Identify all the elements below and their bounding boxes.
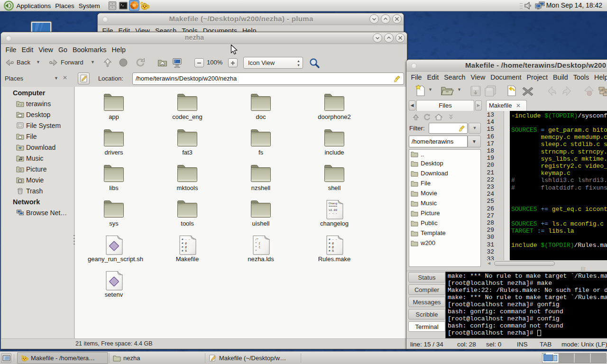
svg-text:=====: ===== <box>329 205 337 208</box>
svg-text:* {: * { <box>255 242 260 245</box>
svg-text:# @: # @ <box>329 242 334 245</box>
svg-text:- - -: - - - <box>329 212 337 215</box>
svg-text:# $: # $ <box>182 249 187 253</box>
svg-text:/*: /* <box>255 238 258 241</box>
svg-text:# $: # $ <box>329 249 334 253</box>
svg-text:# - -: # - - <box>182 238 190 241</box>
svg-text:* {: * { <box>255 246 260 249</box>
svg-text:# @: # @ <box>182 246 187 249</box>
svg-text:v2.00: v2.00 <box>329 209 337 212</box>
svg-text:# @: # @ <box>182 242 187 245</box>
svg-text:# - -: # - - <box>329 238 337 241</box>
svg-text:*: * <box>255 249 257 253</box>
svg-text:# @: # @ <box>329 246 334 249</box>
